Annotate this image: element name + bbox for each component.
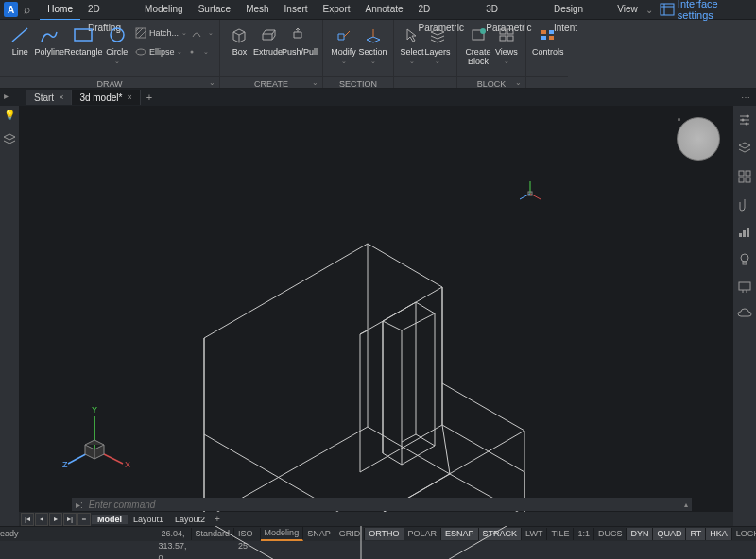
toggle-tile[interactable]: TILE — [547, 528, 574, 540]
chart-icon[interactable] — [738, 227, 751, 240]
expand-icon[interactable]: ⌄ — [209, 78, 215, 87]
toggle-esnap[interactable]: ESNAP — [441, 528, 479, 540]
toggle-ducs[interactable]: DUCS — [594, 528, 627, 540]
cursor-icon — [404, 27, 420, 42]
settings-icon[interactable] — [738, 113, 751, 128]
top-menubar: A ⌕ Home2D DraftingModelingSurfaceMeshIn… — [0, 0, 756, 20]
tool-controls[interactable]: Controls — [532, 24, 564, 73]
expand-icon[interactable]: ⌄ — [515, 78, 522, 87]
layout-tab-layout1[interactable]: Layout1 — [128, 515, 169, 524]
menu-view[interactable]: View — [610, 0, 645, 19]
tool-views[interactable]: Views ⌄ — [493, 24, 520, 73]
toggle-1:1[interactable]: 1:1 — [574, 528, 594, 540]
add-layout-button[interactable]: + — [211, 514, 224, 524]
menu-2d-parametric[interactable]: 2D Parametric — [411, 0, 479, 19]
chevron-down-icon: ⌄ — [504, 58, 509, 65]
menu-modeling[interactable]: Modeling — [137, 0, 191, 19]
tool-create-block[interactable]: Create Block — [463, 24, 493, 73]
menu-mesh[interactable]: Mesh — [238, 0, 276, 19]
present-icon[interactable] — [738, 281, 751, 295]
nav-last[interactable]: ▸| — [63, 513, 77, 526]
tool-line[interactable]: Line — [6, 24, 34, 73]
toggle-rt[interactable]: RT — [686, 528, 706, 540]
svg-point-10 — [136, 49, 146, 55]
attach-icon[interactable] — [739, 198, 750, 213]
history-up-icon[interactable]: ▴ — [684, 500, 688, 509]
tool-pushpull[interactable]: Push/Pull — [283, 24, 317, 73]
lightbulb-icon[interactable] — [739, 253, 750, 268]
toggle-dyn[interactable]: DYN — [627, 528, 653, 540]
tool-point[interactable]: ⌄ — [186, 44, 209, 59]
view-cube[interactable] — [677, 117, 720, 161]
menu-3d-parametric[interactable]: 3D Parametric — [478, 0, 546, 19]
layers-icon — [429, 27, 446, 42]
tabs-overflow-icon[interactable]: ⋯ — [741, 93, 750, 103]
tool-layers[interactable]: Layers ⌄ — [424, 24, 451, 73]
close-icon[interactable]: × — [127, 93, 131, 102]
menu-2d-drafting[interactable]: 2D Drafting — [80, 0, 137, 19]
svg-rect-43 — [743, 230, 746, 237]
toggle-snap[interactable]: SNAP — [303, 528, 335, 540]
menu-design-intent[interactable]: Design Intent — [546, 0, 610, 19]
toggle-lwt[interactable]: LWT — [522, 528, 547, 540]
tool-ellipse[interactable]: Ellipse⌄ — [135, 44, 183, 59]
menu-annotate[interactable]: Annotate — [358, 0, 411, 19]
tab-3d-model-[interactable]: 3d model*× — [72, 90, 140, 105]
nav-first[interactable]: |◂ — [21, 513, 34, 526]
tool-box[interactable]: Box — [226, 24, 253, 73]
menu-home[interactable]: Home — [40, 0, 80, 20]
status-standard[interactable]: Standard — [192, 528, 235, 540]
menu-surface[interactable]: Surface — [191, 0, 238, 19]
nav-prev[interactable]: ◂ — [35, 513, 48, 526]
chevron-down-icon[interactable]: ⌄ — [645, 5, 653, 15]
nav-list[interactable]: ≡ — [77, 513, 91, 526]
drawing-canvas[interactable]: Y X Z ▸: ▴ |◂ ◂ ▸ ▸| ≡ ModelLayout1Layou… — [19, 106, 733, 526]
tool-modify[interactable]: Modify ⌄ — [329, 24, 358, 73]
toggle-polar[interactable]: POLAR — [404, 528, 442, 540]
toggle-lockui[interactable]: LOCKUI — [732, 528, 756, 540]
layout-tab-model[interactable]: Model — [92, 515, 128, 524]
layout-tab-layout2[interactable]: Layout2 — [169, 515, 211, 524]
svg-rect-41 — [746, 178, 750, 182]
tool-extrude[interactable]: Extrude — [253, 24, 283, 73]
layers-icon[interactable] — [738, 142, 751, 157]
toggle-hka[interactable]: HKA — [706, 528, 732, 540]
toggle-quad[interactable]: QUAD — [653, 528, 686, 540]
polyline-icon — [40, 26, 59, 43]
toggle-ortho[interactable]: ORTHO — [365, 528, 404, 540]
grid-icon[interactable] — [738, 170, 751, 185]
svg-point-5 — [111, 28, 124, 42]
toggle-grid[interactable]: GRID — [335, 528, 366, 540]
command-line[interactable]: ▸: ▴ — [72, 498, 692, 511]
status-mode[interactable]: Modeling — [261, 527, 304, 541]
interface-settings-label: Interface settings — [678, 0, 752, 21]
tool-arc[interactable]: ⌄ — [191, 25, 214, 41]
tool-select[interactable]: Select ⌄ — [400, 24, 424, 73]
expand-icon[interactable]: ⌄ — [312, 78, 318, 87]
add-tab-button[interactable]: + — [141, 92, 158, 103]
panel-draw: Line Polyline Rectangle Circle ⌄ Hatch..… — [0, 20, 220, 88]
nav-next[interactable]: ▸ — [49, 513, 62, 526]
bulb-icon[interactable]: 💡 — [4, 110, 15, 120]
tool-section[interactable]: Section ⌄ — [358, 24, 387, 73]
svg-rect-47 — [739, 282, 750, 290]
tool-hatch[interactable]: Hatch...⌄ — [135, 25, 187, 41]
tool-polyline[interactable]: Polyline — [34, 24, 64, 73]
tool-circle[interactable]: Circle ⌄ — [103, 24, 131, 73]
svg-point-11 — [191, 51, 194, 54]
status-iso[interactable]: ISO-25 — [234, 528, 261, 540]
search-icon[interactable]: ⌕ — [24, 3, 30, 16]
menu-export[interactable]: Export — [316, 0, 358, 19]
tool-rectangle[interactable]: Rectangle — [64, 24, 103, 73]
layers-rail-icon[interactable] — [3, 133, 16, 148]
status-bar: eady -26.04, 313.57, 0 Standard ISO-25 M… — [0, 526, 756, 541]
app-logo[interactable]: A — [4, 2, 18, 17]
menu-insert[interactable]: Insert — [277, 0, 316, 19]
close-icon[interactable]: × — [59, 93, 63, 102]
interface-settings-button[interactable]: Interface settings — [661, 0, 752, 21]
circle-icon — [108, 26, 127, 43]
cloud-icon[interactable] — [737, 308, 752, 321]
command-input[interactable] — [87, 499, 684, 511]
tab-start[interactable]: Start× — [26, 90, 72, 105]
tabs-home-icon[interactable]: ▸ — [4, 91, 9, 101]
